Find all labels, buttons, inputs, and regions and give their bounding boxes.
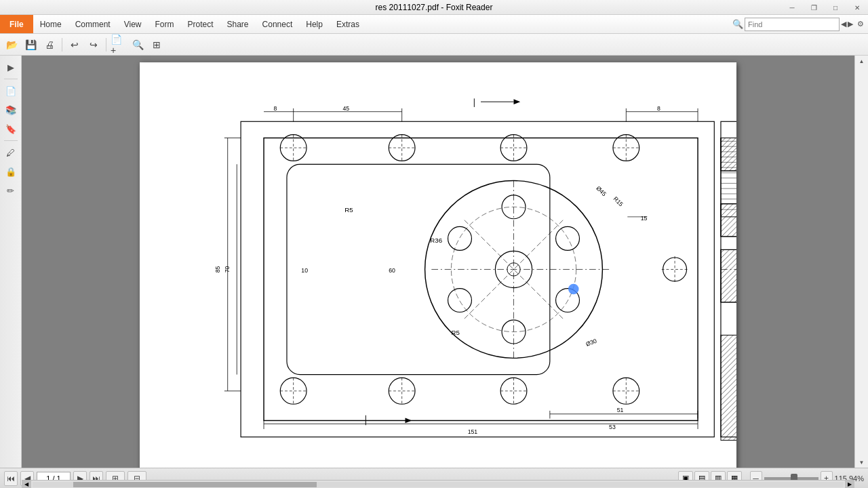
separator-1 (62, 38, 62, 52)
svg-point-12 (448, 226, 472, 250)
scroll-left-button[interactable]: ◀ (22, 481, 31, 489)
svg-point-38 (613, 378, 639, 404)
r5-label-bl: R5 (451, 329, 459, 336)
svg-rect-108 (721, 335, 736, 440)
svg-point-32 (389, 378, 415, 404)
share-menu[interactable]: Share (220, 15, 256, 33)
maximize-button[interactable]: □ (825, 0, 846, 15)
svg-point-35 (500, 378, 527, 404)
svg-text:8: 8 (657, 105, 660, 112)
find-search-icon[interactable]: 🔍 (732, 19, 743, 29)
cursor-marker (568, 284, 579, 295)
svg-point-29 (280, 378, 307, 404)
settings-icon[interactable]: ⚙ (857, 20, 864, 28)
sidebar-sep-2 (4, 140, 18, 141)
svg-text:151: 151 (468, 428, 478, 435)
find-prev-icon[interactable]: ◀ (841, 20, 846, 28)
svg-rect-106 (721, 249, 736, 302)
titlebar: res 20111027.pdf - Foxit Reader ─ ❐ □ ✕ (0, 0, 868, 15)
svg-text:53: 53 (609, 424, 616, 430)
right-scroll-panel: ▲ ▼ (854, 56, 868, 468)
svg-text:10: 10 (301, 267, 308, 274)
svg-rect-0 (241, 121, 714, 436)
svg-point-20 (389, 135, 415, 161)
svg-rect-103 (721, 203, 736, 236)
sidebar-markup[interactable]: 🖊 (2, 144, 20, 161)
close-button[interactable]: ✕ (846, 0, 868, 15)
svg-text:51: 51 (617, 407, 624, 413)
file-menu[interactable]: File (0, 15, 33, 33)
svg-rect-1 (264, 138, 698, 421)
svg-text:85: 85 (214, 266, 221, 272)
horizontal-scrollbar[interactable]: ◀ ▶ (22, 480, 854, 488)
svg-text:15: 15 (641, 215, 648, 222)
redo-button[interactable]: ↪ (85, 37, 102, 53)
sidebar-security[interactable]: 🔒 (2, 163, 20, 180)
first-page-button[interactable]: ⏮ (4, 471, 18, 486)
separator-2 (106, 38, 106, 52)
zoom-slider[interactable] (764, 477, 818, 480)
svg-text:60: 60 (389, 267, 395, 274)
open-button[interactable]: 📂 (3, 37, 20, 53)
marquee-zoom-button[interactable]: ⊞ (148, 37, 165, 53)
home-menu[interactable]: Home (33, 15, 68, 33)
svg-text:70: 70 (224, 266, 231, 272)
undo-button[interactable]: ↩ (66, 37, 83, 53)
form-menu[interactable]: Form (149, 15, 181, 33)
r5-label-tl: R5 (344, 206, 353, 214)
scroll-right-button[interactable]: ▶ (845, 481, 854, 489)
scroll-down-button[interactable]: ▼ (856, 457, 867, 468)
zoom-button[interactable]: 🔍 (129, 37, 146, 53)
left-sidebar: ▶ 📄 📚 🔖 🖊 🔒 ✏ (0, 56, 22, 468)
scroll-up-button[interactable]: ▲ (856, 56, 867, 66)
sidebar-toggle[interactable]: ▶ (2, 58, 20, 76)
svg-text:R15: R15 (612, 195, 625, 207)
restore-button[interactable]: ❐ (803, 0, 825, 15)
print-button[interactable]: 🖨 (41, 37, 58, 53)
svg-point-8 (556, 226, 580, 250)
svg-marker-78 (406, 418, 412, 424)
help-menu[interactable]: Help (299, 15, 330, 33)
svg-text:Ø30: Ø30 (585, 338, 597, 348)
svg-point-17 (280, 135, 307, 161)
svg-text:8: 8 (274, 105, 277, 112)
protect-menu[interactable]: Protect (181, 15, 220, 33)
toolbar: 📂 💾 🖨 ↩ ↪ 📄+ 🔍 ⊞ (0, 34, 868, 56)
sidebar-bookmarks[interactable]: 📚 (2, 101, 20, 119)
svg-text:45: 45 (342, 105, 349, 112)
scrollbar-thumb[interactable] (73, 482, 317, 487)
comment-menu[interactable]: Comment (68, 15, 117, 33)
menubar: File Home Comment View Form Protect Shar… (0, 15, 868, 34)
scrollbar-track[interactable] (33, 482, 844, 487)
minimize-button[interactable]: ─ (781, 0, 803, 15)
document-area[interactable]: R5 R5 R36 8 45 8 (22, 56, 854, 468)
svg-point-23 (500, 135, 527, 161)
sidebar-pages[interactable]: 📄 (2, 82, 20, 100)
technical-drawing: R5 R5 R36 8 45 8 (140, 62, 736, 468)
save-button[interactable]: 💾 (22, 37, 39, 53)
find-next-icon[interactable]: ▶ (848, 20, 853, 28)
r36-label: R36 (430, 237, 442, 244)
window-controls: ─ ❐ □ ✕ (781, 0, 868, 15)
view-menu[interactable]: View (117, 15, 149, 33)
svg-text:Ø45: Ø45 (595, 185, 608, 198)
svg-point-11 (448, 289, 472, 312)
sidebar-sep-1 (4, 79, 18, 79)
extras-menu[interactable]: Extras (330, 15, 366, 33)
sidebar-sign[interactable]: ✏ (2, 182, 20, 199)
pdf-page: R5 R5 R36 8 45 8 (140, 62, 736, 468)
find-input[interactable] (745, 18, 840, 31)
svg-marker-55 (514, 99, 521, 104)
svg-rect-101 (721, 138, 736, 171)
window-title: res 20111027.pdf - Foxit Reader (376, 3, 493, 12)
add-page-button[interactable]: 📄+ (110, 37, 127, 53)
svg-point-26 (613, 135, 639, 161)
connect-menu[interactable]: Connect (256, 15, 300, 33)
main-area: ▶ 📄 📚 🔖 🖊 🔒 ✏ (0, 56, 868, 468)
statusbar: ⏮ ◀ ▶ ⏭ ⊞ ⊟ ▣ ▤ ▥ ▦ ─ + 115.94% ◀ ▶ (0, 468, 868, 488)
sidebar-layers[interactable]: 🔖 (2, 120, 20, 138)
